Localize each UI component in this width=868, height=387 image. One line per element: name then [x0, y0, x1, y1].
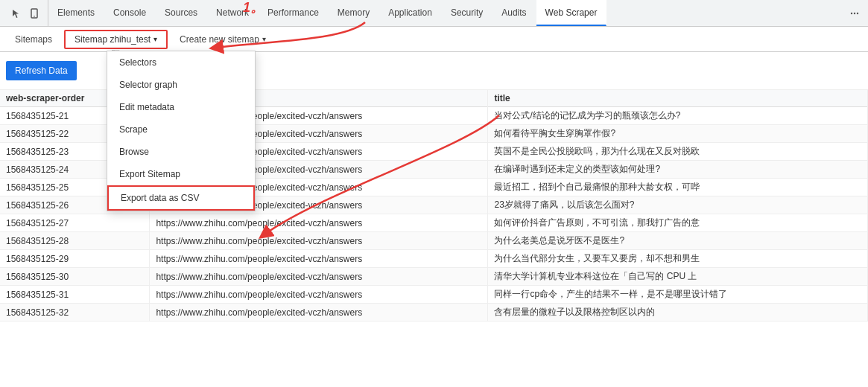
cell-url: https://www.zhihu.com/people/excited-vcz…	[150, 286, 488, 304]
tab-performance[interactable]: Performance	[259, 0, 329, 26]
sitemap-bar: Sitemaps Sitemap zhihu_test ▾ ☞ Create n…	[0, 27, 868, 52]
tab-list: Elements Console Sources Network 1。 Perf…	[48, 0, 847, 26]
cell-title: 当对公式/结论的记忆成为学习的瓶颈该怎么办?	[488, 107, 868, 125]
cell-url: https://www.zhihu.com/people/excited-vcz…	[150, 250, 488, 268]
dropdown-selectors[interactable]: Selectors	[107, 51, 255, 74]
tab-web-scraper[interactable]: Web Scraper	[536, 0, 607, 26]
col-header-title: title	[488, 90, 868, 107]
tab-audits[interactable]: Audits	[492, 0, 536, 26]
table-row[interactable]: 1568435125-29 https://www.zhihu.com/peop…	[0, 250, 868, 268]
svg-point-1	[34, 16, 35, 17]
table-row[interactable]: 1568435125-27 https://www.zhihu.com/peop…	[0, 214, 868, 232]
sitemap-dropdown-button[interactable]: Sitemap zhihu_test ▾ ☞	[64, 30, 168, 49]
cell-title: 在编译时遇到还未定义的类型该如何处理?	[488, 161, 868, 179]
devtools-icons	[3, 0, 48, 26]
svg-point-4	[857, 12, 858, 13]
table-row[interactable]: 1568435125-28 https://www.zhihu.com/peop…	[0, 232, 868, 250]
cell-id: 1568435125-27	[0, 214, 150, 232]
cell-id: 1568435125-30	[0, 268, 150, 286]
tab-network[interactable]: Network 1。	[207, 0, 259, 26]
cursor-icon[interactable]	[9, 6, 24, 21]
cell-url: https://www.zhihu.com/people/excited-vcz…	[150, 232, 488, 250]
cell-id: 1568435125-29	[0, 250, 150, 268]
sitemaps-tab[interactable]: Sitemaps	[6, 31, 61, 48]
mobile-icon[interactable]	[27, 6, 42, 21]
table-row[interactable]: 1568435125-31 https://www.zhihu.com/peop…	[0, 286, 868, 304]
sitemap-dropdown-menu: Selectors Selector graph Edit metadata S…	[107, 51, 256, 211]
more-tabs-icon[interactable]	[847, 6, 862, 21]
dropdown-browse[interactable]: Browse	[107, 141, 255, 163]
svg-point-2	[851, 12, 852, 13]
create-sitemap-button[interactable]: Create new sitemap ▾	[171, 31, 275, 48]
tab-memory[interactable]: Memory	[329, 0, 379, 26]
cell-url: https://www.zhihu.com/people/excited-vcz…	[150, 268, 488, 286]
cell-url: https://www.zhihu.com/people/excited-vcz…	[150, 214, 488, 232]
cell-title: 为什么当代部分女生，又要车又要房，却不想和男生	[488, 250, 868, 268]
dropdown-edit-metadata[interactable]: Edit metadata	[107, 96, 255, 118]
dropdown-export-csv[interactable]: Export data as CSV	[107, 185, 255, 211]
tab-sources[interactable]: Sources	[156, 0, 207, 26]
cell-id: 1568435125-31	[0, 286, 150, 304]
cell-id: 1568435125-28	[0, 232, 150, 250]
cell-title: 同样一行cp命令，产生的结果不一样，是不是哪里设计错了	[488, 286, 868, 304]
tab-console[interactable]: Console	[104, 0, 156, 26]
tab-application[interactable]: Application	[379, 0, 442, 26]
tab-elements[interactable]: Elements	[48, 0, 104, 26]
cell-id: 1568435125-32	[0, 304, 150, 322]
dropdown-selector-graph[interactable]: Selector graph	[107, 74, 255, 96]
cell-url: https://www.zhihu.com/people/excited-vcz…	[150, 304, 488, 322]
dropdown-export-sitemap[interactable]: Export Sitemap	[107, 163, 255, 185]
cell-title: 清华大学计算机专业本科这位在「自己写的 CPU 上	[488, 268, 868, 286]
cell-title: 如何评价抖音广告原则，不可引流，那我打广告的意	[488, 214, 868, 232]
cell-title: 为什么老美总是说牙医不是医生?	[488, 232, 868, 250]
cell-title: 如何看待平胸女生穿胸罩作假?	[488, 125, 868, 143]
table-row[interactable]: 1568435125-32 https://www.zhihu.com/peop…	[0, 304, 868, 322]
dropdown-scrape[interactable]: Scrape	[107, 118, 255, 141]
svg-point-3	[854, 12, 855, 13]
tab-security[interactable]: Security	[442, 0, 492, 26]
refresh-data-button[interactable]: Refresh Data	[6, 61, 77, 80]
cell-title: 23岁就得了痛风，以后该怎么面对?	[488, 196, 868, 214]
cell-title: 最近招工，招到个自己最痛恨的那种大龄女权，可哔	[488, 179, 868, 196]
table-row[interactable]: 1568435125-30 https://www.zhihu.com/peop…	[0, 268, 868, 286]
cell-title: 英国不是全民公投脱欧吗，那为什么现在又反对脱欧	[488, 143, 868, 161]
tab-bar: Elements Console Sources Network 1。 Perf…	[0, 0, 868, 27]
cell-title: 含有层量的微粒子以及限格控制区以内的	[488, 304, 868, 322]
